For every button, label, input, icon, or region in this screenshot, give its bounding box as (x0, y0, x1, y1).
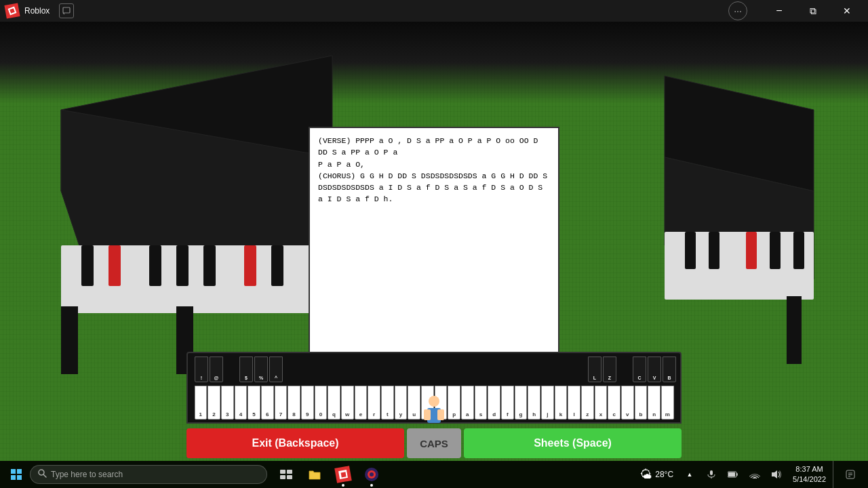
file-explorer-button[interactable] (301, 461, 328, 488)
white-key-h[interactable]: h (528, 386, 540, 420)
svg-rect-7 (149, 245, 161, 286)
black-key-empty2 (284, 357, 298, 382)
black-key-B[interactable]: B (663, 357, 676, 382)
black-key-L[interactable]: L (588, 357, 601, 382)
white-key-s[interactable]: s (475, 386, 488, 420)
task-view-button[interactable] (273, 461, 300, 488)
svg-rect-29 (280, 475, 285, 479)
search-icon (37, 468, 47, 481)
taskbar-search[interactable] (30, 465, 267, 484)
white-key-b[interactable]: b (635, 386, 648, 420)
black-key-empty1 (224, 357, 238, 382)
white-key-x[interactable]: x (595, 386, 608, 420)
white-key-2[interactable]: 2 (208, 386, 220, 420)
white-key-c[interactable]: c (608, 386, 620, 420)
windows-logo-icon (11, 469, 22, 480)
white-key-5[interactable]: 5 (248, 386, 260, 420)
minimize-button[interactable]: − (764, 0, 795, 22)
svg-rect-37 (728, 472, 735, 476)
white-key-6[interactable]: 6 (261, 386, 274, 420)
white-key-3[interactable]: 3 (221, 386, 234, 420)
network-icon[interactable] (745, 461, 764, 488)
svg-point-33 (370, 472, 374, 476)
sheet-line-4: DSDSDSDSDSDS a I D S a f D S a S a f D S… (318, 182, 550, 205)
more-options-icon[interactable]: ··· (728, 1, 747, 20)
chat-icon[interactable] (59, 3, 74, 18)
streaming-taskbar-button[interactable] (358, 461, 385, 488)
network-expand-icon[interactable]: ▲ (680, 461, 699, 488)
volume-icon[interactable] (767, 461, 786, 488)
black-key-Z[interactable]: Z (603, 357, 616, 382)
svg-rect-10 (244, 245, 256, 286)
show-desktop-button[interactable] (833, 461, 838, 488)
svg-rect-28 (287, 470, 292, 474)
caps-button[interactable]: CAPS (407, 428, 461, 458)
white-key-l[interactable]: l (568, 386, 580, 420)
sheets-button[interactable]: Sheets (Space) (464, 428, 682, 458)
search-input[interactable] (51, 470, 254, 479)
white-key-8[interactable]: 8 (288, 386, 300, 420)
svg-rect-27 (280, 470, 285, 474)
system-clock[interactable]: 8:37 AM 5/14/2022 (789, 463, 830, 487)
white-key-4[interactable]: 4 (235, 386, 248, 420)
sheet-line-1: (VERSE) PPPP a O , D S a PP a O P a P O … (318, 135, 550, 159)
svg-rect-2 (63, 7, 70, 13)
white-key-y[interactable]: y (395, 386, 408, 420)
weather-widget[interactable]: 🌤 28°C (636, 468, 677, 482)
svg-rect-19 (793, 232, 804, 269)
roblox-taskbar-button[interactable] (330, 461, 357, 488)
black-key-dollar[interactable]: $ (239, 357, 253, 382)
black-key-empty3 (618, 357, 631, 382)
titlebar-title: Roblox (24, 6, 50, 16)
svg-rect-34 (710, 470, 713, 475)
start-button[interactable] (3, 461, 30, 488)
maximize-button[interactable]: ⧉ (797, 0, 829, 22)
exit-button[interactable]: Exit (Backspace) (186, 428, 404, 458)
taskbar: 🌤 28°C ▲ (0, 461, 868, 488)
white-key-k[interactable]: k (555, 386, 568, 420)
white-key-d[interactable]: d (488, 386, 500, 420)
battery-icon[interactable] (724, 461, 743, 488)
white-key-f[interactable]: f (501, 386, 514, 420)
weather-icon: 🌤 (640, 468, 652, 482)
black-key-V[interactable]: V (648, 357, 661, 382)
svg-rect-12 (61, 306, 78, 374)
black-key-at[interactable]: @ (210, 357, 223, 382)
black-key-C[interactable]: C (633, 357, 646, 382)
white-key-9[interactable]: 9 (301, 386, 314, 420)
white-key-v[interactable]: v (621, 386, 634, 420)
white-key-7[interactable]: 7 (275, 386, 288, 420)
white-key-m[interactable]: m (661, 386, 674, 420)
white-key-w[interactable]: w (341, 386, 354, 420)
sheet-line-3: (CHORUS) G G H D DD S DSDSDSDSDSDS a G G… (318, 170, 550, 182)
white-key-e[interactable]: e (355, 386, 368, 420)
white-key-r[interactable]: r (368, 386, 380, 420)
white-key-1[interactable]: 1 (195, 386, 208, 420)
black-key-percent[interactable]: % (254, 357, 268, 382)
clock-time: 8:37 AM (795, 464, 823, 474)
svg-rect-9 (203, 245, 216, 286)
temperature: 28°C (655, 470, 673, 479)
microphone-icon[interactable] (702, 461, 721, 488)
white-key-0[interactable]: 0 (315, 386, 328, 420)
white-key-a[interactable]: a (461, 386, 474, 420)
white-key-n[interactable]: n (648, 386, 660, 420)
white-key-j[interactable]: j (541, 386, 554, 420)
svg-rect-4 (61, 245, 332, 313)
svg-rect-15 (685, 232, 696, 269)
piano-left-body (41, 56, 353, 394)
white-key-q[interactable]: q (328, 386, 340, 420)
white-key-t[interactable]: t (381, 386, 394, 420)
white-key-g[interactable]: g (515, 386, 528, 420)
close-button[interactable]: ✕ (831, 0, 863, 22)
svg-point-21 (429, 396, 439, 407)
taskbar-center-icons (273, 461, 385, 488)
svg-rect-16 (709, 232, 719, 269)
svg-rect-11 (271, 245, 283, 286)
white-key-z[interactable]: z (581, 386, 594, 420)
black-key-exclaim[interactable]: ! (195, 357, 208, 382)
taskbar-right: 🌤 28°C ▲ (636, 461, 865, 488)
notifications-icon[interactable] (841, 461, 860, 488)
svg-rect-5 (81, 245, 94, 286)
black-key-caret[interactable]: ^ (269, 357, 283, 382)
